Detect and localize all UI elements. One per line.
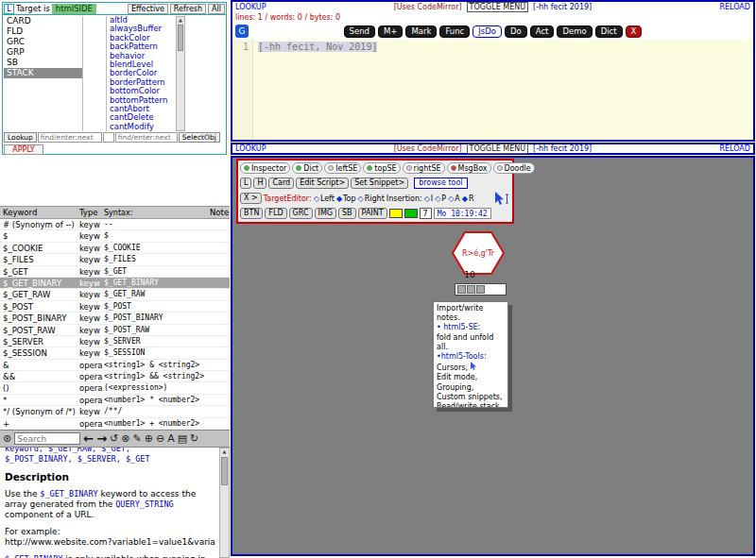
slider-thumb-segment[interactable] [457,285,466,294]
slider-thumb-segment[interactable] [476,285,485,294]
img-tool-button[interactable]: IMG [315,208,336,219]
history-icon[interactable]: ↺ [110,433,118,444]
slider-thumb-segment[interactable] [467,285,475,294]
table-row[interactable]: $_COOKIEkeyw$_COOKIE [0,243,230,254]
toggle-inspector[interactable]: Inspector [240,162,290,174]
green-swatch[interactable] [404,209,418,218]
fld-tool-button[interactable]: FLD [265,208,286,219]
toggle-topse[interactable]: topSE [363,162,400,174]
toggle-dict[interactable]: Dict [292,162,322,174]
reload-link[interactable]: RELOAD [719,144,750,153]
toggle-leftse[interactable]: leftSE [324,162,361,174]
property-item[interactable]: cantModify [108,123,176,131]
toggle-menu-button[interactable]: TOGGLE MENU [467,144,528,154]
table-row[interactable]: ()opera(<expression>) [0,382,230,394]
toggle-doodle[interactable]: Doodle [493,162,535,174]
toggle-msgbox[interactable]: MsgBox [447,162,491,174]
table-row[interactable]: *opera<number1> * <number2> [0,395,230,406]
forward-icon[interactable]: → [96,432,107,445]
object-item-card[interactable]: CARD [4,16,82,26]
value-list[interactable] [84,16,107,131]
radio-insertion-r[interactable]: ◆R [462,194,474,203]
scroll-up-icon[interactable]: ▲ [220,448,229,455]
g-button[interactable]: G [235,25,249,38]
mark-button[interactable]: Mark [405,25,437,38]
select-obj-button[interactable]: SelectObj [179,132,220,143]
zoom-out-icon[interactable]: ⊖ [156,433,164,444]
toggle-menu-button[interactable]: TOGGLE MENU [467,2,528,12]
table-row[interactable]: +opera<number1> + <number2> [0,418,230,430]
table-row[interactable]: $_GETkeyw$_GET [0,266,230,278]
grc-tool-button[interactable]: GRC [289,208,313,219]
x-mode-button[interactable]: X > [240,193,262,204]
reload-link[interactable]: RELOAD [719,3,750,11]
card-button[interactable]: Card [268,178,294,189]
radio-insertion-i[interactable]: ◇I [424,194,434,203]
table-row[interactable]: &opera<string1> & <string2> [0,360,230,371]
send-button[interactable]: Send [344,25,375,38]
yellow-swatch[interactable] [389,209,403,218]
property-scrollbar[interactable]: ▲ [176,16,185,131]
refresh-button[interactable]: Refresh [170,4,206,14]
find-input-2[interactable] [115,132,178,143]
edit-script-button[interactable]: Edit Script> [296,178,349,189]
radio-left[interactable]: ◇Left [314,194,335,203]
table-row[interactable]: $_SERVERkeyw$_SERVER [0,336,230,347]
m-plus-button[interactable]: M+ [378,25,403,38]
object-item-stack[interactable]: STACK [4,68,82,78]
dict-button[interactable]: Dict [595,25,623,38]
table-row-selected[interactable]: $_GET_BINARYkeyw$_GET_BINARY [0,278,230,289]
lookup-button[interactable]: Lookup [4,132,37,143]
btn-tool-button[interactable]: BTN [240,208,263,219]
table-row[interactable]: # (Synonym of --)keyw-- [0,219,230,230]
paint-tool-button[interactable]: PAINT [358,208,387,219]
scrollbar-thumb[interactable] [221,457,228,485]
all-button[interactable]: All [208,4,225,14]
scrollbar-thumb[interactable] [178,25,183,51]
toggle-rightse[interactable]: rightSE [403,162,445,174]
x-button[interactable]: X [626,25,643,38]
back-icon[interactable]: ← [83,432,94,445]
find-input-1[interactable] [38,132,102,143]
table-row[interactable]: $_FILESkeyw$_FILES [0,254,230,265]
font-size-icon[interactable]: A [167,433,175,444]
radio-top[interactable]: ◆Top [336,194,356,203]
lookup-link[interactable]: LOOKUP [235,3,266,11]
clear-icon[interactable]: ⊗ [121,433,129,444]
apply-button[interactable]: APPLY [4,144,43,155]
refresh-icon[interactable]: ↻ [190,433,198,444]
l-button[interactable]: L [4,4,14,14]
scroll-up-icon[interactable]: ▲ [177,17,184,24]
find-scope-box[interactable] [103,132,114,143]
table-row[interactable]: $_POSTkeyw$_POST [0,301,230,313]
l-mode-button[interactable]: L [240,178,251,189]
object-item-sb[interactable]: SB [4,58,82,68]
editor-code-area[interactable]: [-hh fecit, Nov 2019] [253,40,753,140]
table-row[interactable]: $_POST_RAWkeyw$_POST_RAW [0,325,230,336]
func-button[interactable]: Func [439,25,470,38]
radio-insertion-p[interactable]: ◇P [435,194,446,203]
do-button[interactable]: Do [505,25,527,38]
table-row[interactable]: $_GET_RAWkeyw$_GET_RAW [0,289,230,300]
set-snippet-button[interactable]: Set Snippet> [351,178,408,189]
act-button[interactable]: Act [530,25,555,38]
search-input[interactable] [14,432,80,445]
settings-icon[interactable]: ⊛ [3,433,11,444]
table-row[interactable]: */ (Synonym of /*)keyw/**/ [0,406,230,417]
table-row[interactable]: $keyw$ [0,230,230,242]
edit-icon[interactable]: ✎ [132,433,141,444]
radio-right[interactable]: ◇Right [358,194,385,203]
sb-tool-button[interactable]: SB [338,208,356,219]
zoom-in-icon[interactable]: ⊕ [145,433,153,444]
table-row[interactable]: $_POST_BINARYkeyw$_POST_BINARY [0,313,230,324]
current-tool-display[interactable]: browse tool [414,178,467,189]
export-icon[interactable]: ▤ [178,433,187,444]
table-row[interactable]: &&opera<string1> && <string2> [0,371,230,382]
h-mode-button[interactable]: H [253,178,266,189]
jsdo-button[interactable]: JsDo [472,25,502,38]
demo-button[interactable]: Demo [557,25,592,38]
object-item-grp[interactable]: GRP [4,47,82,58]
effective-button[interactable]: Effective [128,4,168,14]
object-item-fld[interactable]: FLD [4,26,82,37]
notes-window[interactable]: Import/write notes. • html5-SE: fold and… [433,301,508,408]
